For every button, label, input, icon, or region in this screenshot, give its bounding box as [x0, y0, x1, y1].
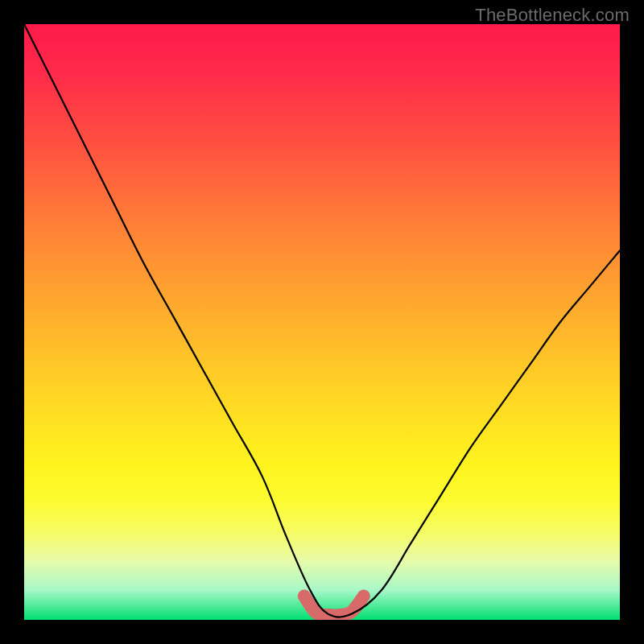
bottleneck-curve-path — [24, 24, 620, 617]
plot-area — [24, 24, 620, 620]
chart-svg — [24, 24, 620, 620]
watermark-text: TheBottleneck.com — [475, 5, 630, 26]
chart-frame: TheBottleneck.com — [0, 0, 644, 644]
